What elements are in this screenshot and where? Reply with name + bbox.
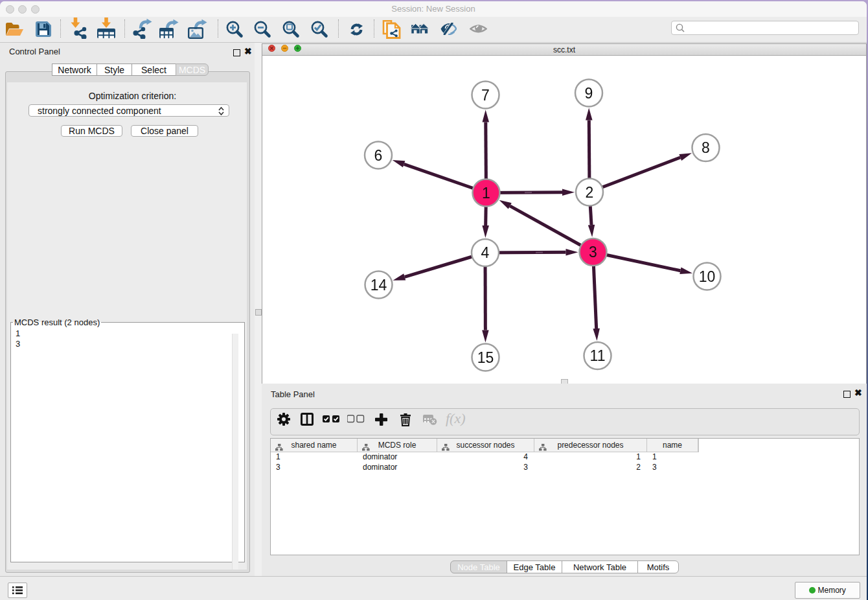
svg-text:4: 4 bbox=[481, 244, 490, 261]
svg-text:15: 15 bbox=[477, 349, 494, 366]
svg-text:9: 9 bbox=[585, 85, 593, 102]
svg-text:3: 3 bbox=[589, 244, 597, 260]
svg-text:8: 8 bbox=[702, 139, 710, 156]
svg-text:7: 7 bbox=[481, 87, 490, 104]
svg-text:6: 6 bbox=[374, 147, 383, 164]
svg-text:14: 14 bbox=[371, 277, 387, 294]
svg-text:11: 11 bbox=[590, 347, 606, 364]
svg-text:10: 10 bbox=[699, 268, 716, 285]
svg-text:1: 1 bbox=[482, 185, 490, 202]
svg-text:2: 2 bbox=[586, 184, 594, 201]
